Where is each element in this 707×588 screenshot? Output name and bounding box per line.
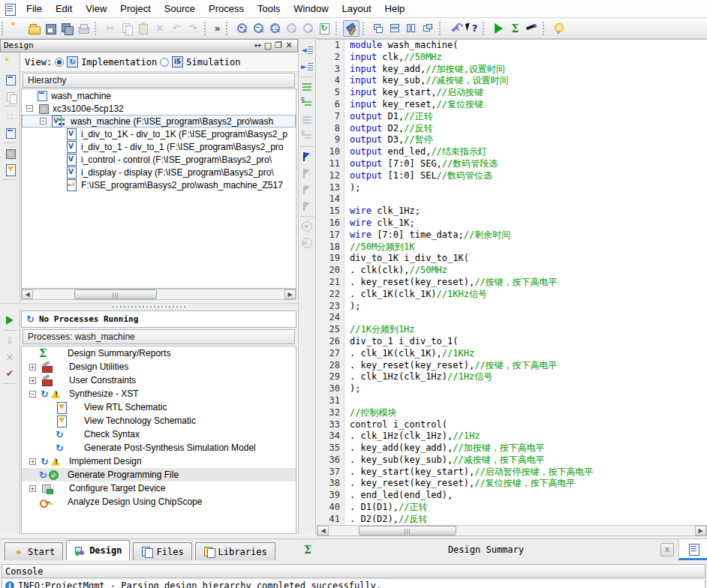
zoom-selection-icon[interactable]: □ (266, 20, 283, 37)
hierarchy-item[interactable]: i_display - display (F:\ISE_program\Basy… (22, 166, 296, 178)
menu-view[interactable]: View (79, 1, 113, 16)
refresh-editor-icon[interactable] (316, 20, 332, 37)
scroll-track[interactable] (33, 290, 284, 299)
tab-libraries[interactable]: Libraries (195, 542, 275, 560)
wrench-icon[interactable] (447, 20, 463, 37)
toolbar-overflow-icon[interactable]: » (212, 22, 223, 34)
hierarchy-item[interactable]: i_div_to_1K - div_to_1K (F:\ISE_program\… (22, 128, 296, 140)
code-line[interactable]: input key_start,//启动按键 (350, 87, 707, 99)
run-play-icon[interactable] (490, 20, 507, 37)
scroll-thumb[interactable] (74, 290, 157, 299)
console-header[interactable]: Console (2, 564, 705, 578)
code-line[interactable]: . key_sub(key_sub),//减按键，按下高电平 (350, 454, 707, 466)
nav-back-icon[interactable] (299, 219, 314, 234)
tab-design[interactable]: Design (66, 540, 130, 560)
code-line[interactable]: . end_led(end_led), (350, 490, 707, 502)
menu-help[interactable]: Help (378, 1, 412, 16)
implementation-radio[interactable] (55, 58, 64, 67)
stop-check-icon[interactable]: ✔ (2, 366, 17, 381)
menu-tools[interactable]: Tools (251, 1, 287, 16)
tile-v-icon[interactable] (403, 20, 420, 37)
code-line[interactable]: div_to_1 i_div_to_1( (350, 336, 707, 348)
next-marker-icon[interactable] (299, 59, 314, 74)
hierarchy-item[interactable]: i_control - control (F:\ISE_program\Basy… (22, 153, 296, 166)
undo-icon[interactable]: ↶ (168, 20, 185, 37)
simulation-radio[interactable] (160, 58, 169, 67)
hierarchy-hscrollbar[interactable]: ◀ ▶ (21, 289, 296, 300)
dock-icon[interactable]: ↔ (252, 40, 263, 52)
code-line[interactable]: . clk(clk),//50MHz (350, 265, 707, 277)
float-icon[interactable]: ❐ (273, 40, 284, 52)
code-line[interactable]: output [1:0] SEL//数码管位选 (350, 170, 707, 182)
code-line[interactable]: wire clk_1Hz; (350, 206, 707, 218)
doc-check-icon[interactable] (2, 162, 17, 177)
bookmark-next-disabled-icon[interactable] (299, 182, 314, 197)
new-source-icon[interactable] (2, 56, 17, 70)
scroll-thumb[interactable] (359, 526, 456, 536)
hierarchy-item[interactable]: i_div_to_1 - div_to_1 (F:\ISE_program\Ba… (22, 140, 296, 153)
code-line[interactable] (350, 312, 707, 324)
open-folder-icon[interactable] (26, 20, 42, 37)
close-icon[interactable]: ✕ (284, 40, 294, 52)
editor-hscrollbar[interactable]: ◀ ▶ (317, 525, 707, 536)
code-line[interactable]: module wash_machine( (350, 40, 707, 52)
menu-project[interactable]: Project (113, 1, 157, 16)
outdent-disabled-icon[interactable] (299, 112, 314, 128)
process-item[interactable]: ↻Generate Post-Synthesis Simulation Mode… (22, 441, 296, 454)
toolbar-grip[interactable] (95, 22, 98, 35)
collapse-icon[interactable]: − (40, 118, 47, 124)
save-icon[interactable] (42, 20, 59, 37)
hierarchy-item[interactable]: −wash_machine (F:\ISE_program\Basys2_pro… (22, 115, 296, 128)
tab-start[interactable]: »Start (5, 542, 63, 560)
code-line[interactable]: div_to_1K i_div_to_1K( (350, 253, 707, 265)
code-line[interactable]: //1K分频到1Hz (350, 324, 707, 336)
code-line[interactable]: ); (350, 301, 707, 313)
help-cursor-icon[interactable] (463, 20, 480, 37)
code-line[interactable]: output D3,//暂停 (350, 134, 707, 146)
chip-check-icon[interactable] (2, 146, 17, 160)
scroll-left-icon[interactable]: ◀ (317, 526, 329, 536)
code-line[interactable]: . clk_1Hz(clk_1Hz),//1Hz (350, 430, 707, 442)
code-line[interactable] (350, 194, 707, 206)
cut-icon[interactable]: ✂ (102, 20, 119, 37)
process-item[interactable]: Analyze Design Using ChipScope (22, 495, 296, 508)
code-line[interactable]: wire [7:0] time_data;//剩余时间 (350, 230, 707, 242)
copy-icon[interactable] (119, 20, 135, 37)
toolbar-grip[interactable] (226, 22, 230, 35)
toolbar-grip[interactable] (483, 22, 486, 35)
tile-h-icon[interactable] (387, 20, 403, 37)
collapse-icon[interactable]: − (29, 391, 36, 398)
menu-process[interactable]: Process (202, 1, 251, 16)
code-line[interactable]: . clk_1K(clk_1K),//1KHz (350, 348, 707, 360)
hierarchy-item[interactable]: wash_machine (22, 89, 296, 102)
zoom-full-gray-icon[interactable]: □ (283, 20, 299, 37)
hierarchy-item[interactable]: −xc3s100e-5cp132 (22, 102, 296, 115)
save-all-icon[interactable] (59, 20, 75, 37)
prev-marker-icon[interactable] (299, 43, 314, 58)
expand-icon[interactable]: + (29, 485, 36, 492)
code-editor[interactable]: 1234567891011121314151617181920212223242… (317, 39, 707, 525)
indent-n-icon[interactable] (299, 96, 314, 111)
toolbar-grip[interactable] (363, 22, 366, 35)
collapse-icon[interactable]: − (26, 105, 33, 112)
toggle-columns-icon[interactable] (2, 386, 17, 401)
code-line[interactable]: //50M分频到1K (350, 242, 707, 254)
telescope-icon[interactable] (523, 20, 540, 37)
zoom-in-icon[interactable]: + (233, 20, 250, 37)
indent-icon[interactable] (299, 80, 314, 94)
process-item[interactable]: +Configure Target Device (22, 482, 296, 495)
expand-icon[interactable]: + (29, 364, 36, 370)
code-line[interactable]: input key_sub,//减按键，设置时间 (350, 75, 707, 87)
delete-icon[interactable]: ✕ (152, 20, 168, 37)
rerun-icon[interactable]: ⇩ (2, 333, 17, 348)
code-line[interactable]: . key_reset(key_reset),//按键，按下高电平 (350, 360, 707, 372)
outdent-n-disabled-icon[interactable] (299, 129, 314, 144)
process-item[interactable]: ΣDesign Summary/Reports (22, 346, 296, 360)
panel-splitter[interactable] (0, 303, 298, 309)
code-line[interactable]: output D2,//反转 (350, 123, 707, 135)
code-line[interactable] (350, 395, 707, 407)
process-item[interactable]: +User Constraints (22, 374, 296, 387)
process-item[interactable]: −↻Synthesize - XST (22, 387, 296, 400)
scroll-left-icon[interactable]: ◀ (22, 290, 33, 299)
zoom-out-icon[interactable]: − (250, 20, 266, 37)
